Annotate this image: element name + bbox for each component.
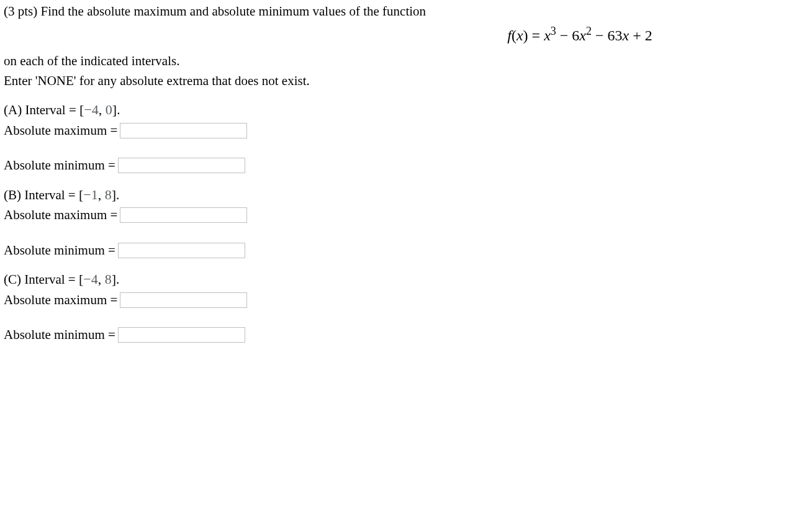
part-B-max-input[interactable] — [120, 207, 247, 223]
formula-term3-var: x — [623, 27, 629, 43]
part-B: (B) Interval = [−1, 8]. Absolute maximum… — [4, 186, 808, 259]
part-C: (C) Interval = [−4, 8]. Absolute maximum… — [4, 270, 808, 343]
comma: , — [98, 271, 105, 287]
interval-B-a: −1 — [83, 187, 97, 202]
formula-term3-coef: 63 — [608, 27, 623, 43]
points-label: (3 pts) — [4, 4, 41, 19]
abs-max-label: Absolute maximum = — [4, 291, 117, 309]
part-A-min-input[interactable] — [118, 158, 245, 173]
dot: . — [116, 272, 119, 287]
interval-A-b: 0 — [106, 102, 112, 117]
abs-max-label: Absolute maximum = — [4, 122, 117, 139]
part-B-interval-line: (B) Interval = [−1, 8]. — [4, 186, 808, 204]
problem-intro-line-2: on each of the indicated intervals. — [4, 52, 808, 70]
interval-C-b: 8 — [105, 271, 112, 287]
part-A-max-input[interactable] — [120, 123, 247, 138]
abs-min-label: Absolute minimum = — [4, 156, 115, 174]
interval-C-a: −4 — [83, 271, 97, 287]
part-C-max-input[interactable] — [120, 292, 247, 308]
part-C-min-input[interactable] — [118, 327, 245, 343]
interval-label: Interval = — [24, 187, 79, 202]
formula-eq: = — [528, 27, 544, 43]
part-B-letter: (B) — [4, 187, 24, 202]
part-B-max-row: Absolute maximum = — [4, 206, 808, 223]
formula-term1-pow: 3 — [551, 25, 556, 37]
part-C-letter: (C) — [4, 272, 24, 287]
formula-x: x — [517, 27, 523, 43]
dot: . — [117, 102, 120, 117]
abs-max-label: Absolute maximum = — [4, 206, 117, 223]
interval-A-a: −4 — [84, 102, 98, 117]
intro-text-1: Find the absolute maximum and absolute m… — [41, 4, 426, 19]
formula-close: ) — [523, 27, 528, 43]
part-B-min-row: Absolute minimum = — [4, 241, 808, 259]
part-A: (A) Interval = [−4, 0]. Absolute maximum… — [4, 101, 808, 174]
comma: , — [99, 102, 106, 117]
function-formula: f(x) = x3 − 6x2 − 63x + 2 — [4, 24, 808, 45]
formula-open: ( — [512, 27, 517, 43]
formula-term4: 2 — [645, 27, 652, 43]
part-A-letter: (A) — [4, 102, 25, 117]
formula-term1-var: x — [544, 27, 551, 43]
part-A-interval-line: (A) Interval = [−4, 0]. — [4, 101, 808, 119]
interval-B-b: 8 — [105, 187, 112, 202]
problem-intro-line-3: Enter 'NONE' for any absolute extrema th… — [4, 72, 808, 89]
formula-plus: + — [629, 27, 645, 43]
interval-label: Interval = — [25, 102, 79, 117]
part-A-min-row: Absolute minimum = — [4, 156, 808, 174]
dot: . — [116, 187, 119, 202]
formula-term2-var: x — [579, 27, 586, 43]
formula-term2-coef: 6 — [572, 27, 579, 43]
comma: , — [98, 187, 105, 202]
formula-minus2: − — [592, 27, 608, 43]
problem-intro-line-1: (3 pts) Find the absolute maximum and ab… — [4, 2, 808, 20]
abs-min-label: Absolute minimum = — [4, 326, 115, 343]
part-A-max-row: Absolute maximum = — [4, 122, 808, 139]
part-C-max-row: Absolute maximum = — [4, 291, 808, 309]
abs-min-label: Absolute minimum = — [4, 241, 115, 259]
part-C-min-row: Absolute minimum = — [4, 326, 808, 343]
formula-term2-pow: 2 — [586, 25, 592, 37]
formula-f: f — [507, 27, 512, 43]
formula-minus1: − — [556, 27, 572, 43]
rbracket-icon: ] — [112, 271, 116, 287]
part-C-interval-line: (C) Interval = [−4, 8]. — [4, 270, 808, 289]
part-B-min-input[interactable] — [118, 243, 245, 258]
rbracket-icon: ] — [112, 187, 116, 202]
interval-label: Interval = — [24, 272, 79, 287]
